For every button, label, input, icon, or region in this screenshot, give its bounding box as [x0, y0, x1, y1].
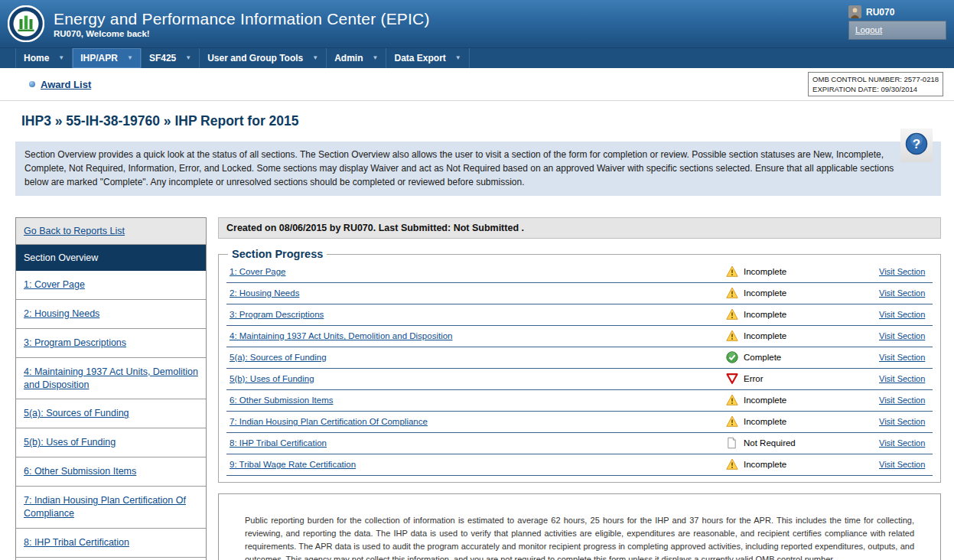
sidebar: Go Back to Reports List Section Overview…: [15, 217, 207, 560]
section-link[interactable]: 6: Other Submission Items: [230, 396, 726, 405]
visit-section-link[interactable]: Visit Section: [879, 353, 930, 362]
status-label: Error: [744, 374, 764, 383]
section-progress-row: 7: Indian Housing Plan Certification Of …: [226, 412, 933, 433]
help-button[interactable]: ?: [900, 129, 933, 162]
sidebar-item-section-overview[interactable]: Section Overview: [16, 245, 206, 271]
section-link[interactable]: 4: Maintaining 1937 Act Units, Demolitio…: [230, 331, 726, 340]
status-cell: Incomplete: [726, 415, 879, 428]
nav-tab[interactable]: User and Group Tools ▼: [200, 48, 327, 68]
section-progress-row: 1: Cover Page: [226, 262, 933, 283]
burden-box: Public reporting burden for the collecti…: [218, 493, 941, 560]
warning-triangle-icon: [726, 330, 738, 342]
section-link[interactable]: 5(a): Sources of Funding: [230, 353, 726, 362]
chevron-down-icon: ▼: [185, 48, 191, 68]
status-cell: Incomplete: [726, 265, 879, 278]
warning-triangle-icon: [726, 287, 738, 299]
content-area: Go Back to Reports List Section Overview…: [15, 217, 941, 560]
visit-section-link[interactable]: Visit Section: [879, 310, 930, 319]
section-progress-row: 4: Maintaining 1937 Act Units, Demolitio…: [226, 326, 933, 347]
visit-section-link[interactable]: Visit Section: [879, 374, 930, 383]
sidebar-item-link[interactable]: 5(b): Uses of Funding: [24, 437, 116, 448]
status-label: Incomplete: [744, 267, 786, 276]
status-cell: Incomplete: [726, 287, 879, 299]
nav-tab[interactable]: Home ▼: [15, 48, 73, 68]
question-mark-icon: ?: [905, 132, 928, 158]
sidebar-item-link[interactable]: 6: Other Submission Items: [24, 466, 136, 477]
section-link[interactable]: 1: Cover Page: [230, 267, 726, 276]
status-cell: Error: [726, 373, 879, 385]
section-link[interactable]: 2: Housing Needs: [230, 288, 726, 298]
nav-tab-label: Admin: [334, 48, 363, 68]
sidebar-item-link[interactable]: 8: IHP Tribal Certification: [24, 537, 129, 548]
nav-tab[interactable]: Admin ▼: [327, 48, 386, 68]
visit-section-link[interactable]: Visit Section: [879, 438, 930, 448]
sidebar-item[interactable]: 5(b): Uses of Funding: [16, 428, 206, 457]
award-list-link[interactable]: Award List: [41, 79, 91, 90]
created-info: Created on 08/06/2015 by RU070. Last Sub…: [218, 217, 941, 239]
section-link[interactable]: 3: Program Descriptions: [230, 310, 726, 319]
burden-statement: Public reporting burden for the collecti…: [245, 514, 914, 560]
warning-triangle-icon: [726, 415, 738, 428]
omb-expiration-date: EXPIRATION DATE: 09/30/2014: [812, 84, 939, 94]
sidebar-item[interactable]: 7: Indian Housing Plan Certification Of …: [16, 487, 206, 529]
warning-triangle-icon: [726, 265, 738, 278]
sidebar-item[interactable]: 1: Cover Page: [16, 271, 206, 300]
visit-section-link[interactable]: Visit Section: [879, 417, 930, 426]
visit-section-link[interactable]: Visit Section: [879, 331, 930, 340]
warning-triangle-icon: [726, 394, 738, 406]
sidebar-item[interactable]: 6: Other Submission Items: [16, 457, 206, 487]
status-label: Complete: [744, 353, 781, 362]
omb-box: OMB CONTROL NUMBER: 2577-0218 EXPIRATION…: [808, 72, 943, 97]
warning-triangle-icon: [726, 308, 738, 321]
sidebar-item[interactable]: 4: Maintaining 1937 Act Units, Demolitio…: [16, 358, 206, 400]
sidebar-item-link[interactable]: 5(a): Sources of Funding: [24, 408, 129, 418]
sidebar-item[interactable]: 5(a): Sources of Funding: [16, 399, 206, 428]
nav-tab-label: Home: [24, 48, 49, 68]
status-cell: Incomplete: [726, 458, 879, 470]
section-progress-legend: Section Progress: [228, 248, 327, 260]
chevron-down-icon: ▼: [127, 48, 133, 68]
sidebar-item-link[interactable]: 3: Program Descriptions: [24, 337, 126, 348]
nav-tab[interactable]: SF425 ▼: [142, 48, 200, 68]
section-progress-row: 5(a): Sources of Funding: [226, 347, 933, 369]
sidebar-item[interactable]: 3: Program Descriptions: [16, 329, 206, 358]
section-link[interactable]: 8: IHP Tribal Certification: [230, 438, 726, 448]
visit-section-link[interactable]: Visit Section: [879, 460, 930, 469]
nav-tab-label: SF425: [149, 48, 176, 68]
sidebar-item-link[interactable]: 7: Indian Housing Plan Certification Of …: [24, 495, 186, 519]
visit-section-link[interactable]: Visit Section: [879, 288, 930, 298]
title-row: IHP3 » 55-IH-38-19760 » IHP Report for 2…: [0, 101, 954, 129]
sidebar-item[interactable]: 9: Tribal Wage Rate Certification: [16, 558, 206, 560]
visit-section-link[interactable]: Visit Section: [879, 267, 930, 276]
status-label: Not Required: [744, 438, 796, 448]
epic-seal-icon: [8, 5, 44, 42]
sidebar-item[interactable]: 8: IHP Tribal Certification: [16, 529, 206, 558]
main-panel: Created on 08/06/2015 by RU070. Last Sub…: [218, 217, 941, 560]
status-label: Incomplete: [744, 288, 786, 298]
section-link[interactable]: 7: Indian Housing Plan Certification Of …: [230, 417, 726, 426]
sidebar-item-link[interactable]: 1: Cover Page: [24, 279, 85, 290]
sidebar-back-row: Go Back to Reports List: [16, 218, 206, 245]
status-cell: Incomplete: [726, 308, 879, 321]
section-progress-row: 2: Housing Needs: [226, 283, 933, 304]
user-row: RU070: [848, 5, 946, 18]
nav-tab-label: Data Export: [394, 48, 445, 68]
section-progress-row: 3: Program Descriptions: [226, 304, 933, 326]
logout-button[interactable]: Logout: [848, 21, 946, 40]
visit-section-link[interactable]: Visit Section: [879, 396, 930, 405]
status-cell: Not Required: [726, 437, 879, 449]
nav-tab-label: User and Group Tools: [207, 48, 303, 68]
section-link[interactable]: 5(b): Uses of Funding: [230, 374, 726, 383]
sidebar-item-link[interactable]: 2: Housing Needs: [24, 308, 99, 319]
sidebar-item-link[interactable]: 4: Maintaining 1937 Act Units, Demolitio…: [24, 366, 198, 390]
nav-tab[interactable]: Data Export ▼: [386, 48, 469, 68]
section-link[interactable]: 9: Tribal Wage Rate Certification: [230, 460, 726, 469]
nav-tab[interactable]: IHP/APR ▼: [73, 48, 142, 68]
welcome-message: RU070, Welcome back!: [54, 29, 430, 38]
sidebar-item[interactable]: 2: Housing Needs: [16, 300, 206, 329]
app-header: Energy and Performance Information Cente…: [0, 0, 954, 47]
breadcrumb-bar: Award List OMB CONTROL NUMBER: 2577-0218…: [0, 68, 954, 101]
section-progress-row: 5(b): Uses of Funding: [226, 369, 933, 390]
go-back-to-reports-link[interactable]: Go Back to Reports List: [24, 226, 125, 236]
status-cell: Incomplete: [726, 330, 879, 342]
